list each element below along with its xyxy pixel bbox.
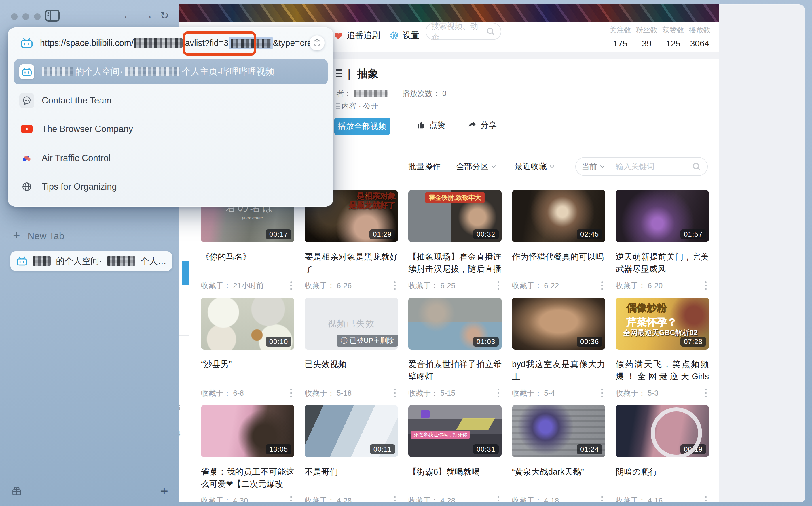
suggestion-contact-team[interactable]: Contact the Team bbox=[14, 88, 328, 113]
more-menu-icon[interactable] bbox=[392, 388, 398, 399]
url-text[interactable]: https://space.bilibili.com/favlist?fid=3… bbox=[40, 37, 324, 49]
play-all-button[interactable]: 播放全部视频 bbox=[334, 117, 390, 135]
video-title[interactable]: 雀巢：我的员工不可能这么可爱❤【二次元爆改 bbox=[201, 466, 294, 490]
video-card[interactable]: 死杰米我让你喝，打死你 00:31 【街霸6】就喝就喝 收藏于： 4-28 bbox=[408, 405, 502, 502]
video-title[interactable]: 《你的马名》 bbox=[201, 251, 294, 275]
video-card[interactable]: 00:10 “沙县男” 收藏于： 6-8 bbox=[201, 298, 294, 405]
video-title[interactable]: 逆天萌新提前关门，完美武器尽显威风 bbox=[616, 251, 709, 275]
video-title[interactable]: 要是相亲对象是黑龙就好了 bbox=[305, 251, 398, 275]
more-menu-icon[interactable] bbox=[288, 388, 294, 399]
video-card[interactable]: 霍金铁肘,致敬牢大 00:32 【抽象现场】霍金直播连续肘击汉尼拔，随后直播间被… bbox=[408, 190, 502, 298]
video-card[interactable]: 00:36 byd我这室友是真像大力王 收藏于： 5-4 bbox=[512, 298, 605, 405]
video-card[interactable]: 01:24 “黄泉大战dark天鹅” 收藏于： 4-18 bbox=[512, 405, 605, 502]
search-icon[interactable] bbox=[486, 26, 496, 36]
category-dropdown[interactable]: 全部分区 bbox=[456, 161, 496, 172]
video-thumbnail[interactable]: 13:05 bbox=[201, 405, 294, 457]
video-thumbnail[interactable]: 00:10 bbox=[201, 298, 294, 349]
forward-icon[interactable]: → bbox=[142, 9, 153, 22]
close-window-icon[interactable] bbox=[11, 13, 18, 20]
like-button[interactable]: 点赞 bbox=[417, 119, 445, 131]
suggestion-tips-organizing[interactable]: Tips for Organizing bbox=[14, 174, 328, 199]
more-menu-icon[interactable] bbox=[392, 280, 398, 291]
search-icon[interactable] bbox=[692, 162, 701, 171]
video-thumbnail[interactable]: 霍金铁肘,致敬牢大 00:32 bbox=[408, 190, 502, 242]
video-card[interactable]: 视频已失效 ⓘ已被UP主删除 已失效视频 收藏于： 5-18 bbox=[305, 298, 398, 405]
active-tab[interactable]: 的个人空间· 个人… bbox=[10, 251, 172, 271]
more-menu-icon[interactable] bbox=[288, 495, 294, 502]
keyword-search[interactable]: 当前 输入关键词 bbox=[575, 157, 708, 176]
video-thumbnail[interactable]: 01:24 bbox=[512, 405, 605, 457]
window-controls[interactable] bbox=[11, 13, 40, 20]
stat-likes[interactable]: 获赞数125 bbox=[660, 25, 687, 49]
video-thumbnail[interactable]: 00:11 bbox=[305, 405, 398, 457]
sort-dropdown[interactable]: 最近收藏 bbox=[515, 161, 554, 172]
stat-plays[interactable]: 播放数3064 bbox=[687, 25, 713, 49]
stat-followers[interactable]: 粉丝数39 bbox=[633, 25, 660, 49]
video-title[interactable]: 阴暗の爬行 bbox=[616, 466, 709, 490]
more-menu-icon[interactable] bbox=[495, 280, 502, 291]
video-title[interactable]: 【街霸6】就喝就喝 bbox=[408, 466, 502, 490]
video-title[interactable]: “黄泉大战dark天鹅” bbox=[512, 466, 605, 490]
video-thumbnail[interactable]: 01:57 bbox=[616, 190, 709, 242]
zoom-window-icon[interactable] bbox=[34, 13, 40, 20]
suggestion-current-tab[interactable]: 的个人空间·个人主页-哔哩哔哩视频 bbox=[14, 59, 328, 84]
more-menu-icon[interactable] bbox=[703, 495, 709, 502]
video-title[interactable]: 作为怪猎代餐真的可以吗 bbox=[512, 251, 605, 275]
divider bbox=[610, 161, 610, 172]
video-card[interactable]: 13:05 雀巢：我的员工不可能这么可爱❤【二次元爆改 收藏于： 4-30 bbox=[201, 405, 294, 502]
chevron-down-icon bbox=[600, 165, 605, 168]
nav-settings[interactable]: 设置 bbox=[389, 30, 419, 41]
video-thumbnail[interactable]: 视频已失效 ⓘ已被UP主删除 bbox=[305, 298, 398, 349]
more-menu-icon[interactable] bbox=[599, 280, 605, 291]
video-card[interactable]: 00:11 不是哥们 收藏于： 4-28 bbox=[305, 405, 398, 502]
video-title[interactable]: 假药满天飞，笑点频频爆！全网最逆天Girls Band Cry解析 bbox=[616, 358, 709, 383]
space-search-input[interactable]: 搜索视频、动态 bbox=[426, 23, 501, 40]
more-menu-icon[interactable] bbox=[703, 388, 709, 399]
video-title[interactable]: 爱音拍素世拍祥子拍立希壁咚灯 bbox=[408, 358, 502, 383]
video-title[interactable]: “沙县男” bbox=[201, 358, 294, 383]
more-menu-icon[interactable] bbox=[288, 280, 294, 291]
video-card[interactable]: 01:57 逆天萌新提前关门，完美武器尽显威风 收藏于： 6-20 bbox=[616, 190, 709, 298]
share-button[interactable]: 分享 bbox=[468, 119, 497, 131]
stat-following[interactable]: 关注数175 bbox=[607, 25, 633, 49]
video-card[interactable]: 00:19 阴暗の爬行 收藏于： 4-16 bbox=[616, 405, 709, 502]
gift-icon[interactable] bbox=[11, 486, 22, 496]
more-menu-icon[interactable] bbox=[599, 495, 605, 502]
scope-dropdown[interactable]: 当前 bbox=[582, 161, 605, 172]
video-thumbnail[interactable]: 00:19 bbox=[616, 405, 709, 457]
video-title[interactable]: byd我这室友是真像大力王 bbox=[512, 358, 605, 383]
video-thumbnail[interactable]: 00:36 bbox=[512, 298, 605, 349]
video-thumbnail[interactable]: 偶像炒粉 芹菜怀孕？ 全网最逆天GBC解析02 07:28 bbox=[616, 298, 709, 349]
video-thumbnail[interactable]: 死杰米我让你喝，打死你 00:31 bbox=[408, 405, 502, 457]
more-menu-icon[interactable] bbox=[495, 388, 502, 399]
duration-badge: 00:19 bbox=[681, 444, 706, 454]
video-title[interactable]: 不是哥们 bbox=[305, 466, 398, 490]
video-title[interactable]: 【抽象现场】霍金直播连续肘击汉尼拔，随后直播间被封 bbox=[408, 251, 502, 275]
video-card[interactable]: 02:45 作为怪猎代餐真的可以吗 收藏于： 6-22 bbox=[512, 190, 605, 298]
duration-badge: 01:29 bbox=[370, 229, 395, 239]
more-menu-icon[interactable] bbox=[599, 388, 605, 399]
nav-bangumi[interactable]: 追番追剧 bbox=[333, 30, 380, 41]
more-menu-icon[interactable] bbox=[392, 495, 398, 502]
scrollbar[interactable] bbox=[798, 6, 798, 500]
url-bar[interactable]: https://space.bilibili.com/favlist?fid=3… bbox=[8, 27, 333, 59]
video-thumbnail[interactable]: 02:45 bbox=[512, 190, 605, 242]
new-tab-button[interactable]: + New Tab bbox=[13, 231, 64, 242]
thumbnail-text: 视频已失效 bbox=[328, 318, 375, 330]
video-card[interactable]: 偶像炒粉 芹菜怀孕？ 全网最逆天GBC解析02 07:28 假药满天飞，笑点频频… bbox=[616, 298, 709, 405]
info-icon[interactable] bbox=[310, 35, 324, 51]
batch-operation-button[interactable]: 批量操作 bbox=[408, 161, 440, 172]
suggestion-browser-company[interactable]: The Browser Company bbox=[14, 116, 328, 142]
more-menu-icon[interactable] bbox=[495, 495, 502, 502]
back-icon[interactable]: ← bbox=[122, 9, 134, 22]
reload-icon[interactable]: ↻ bbox=[160, 9, 169, 22]
video-thumbnail[interactable]: 01:03 bbox=[408, 298, 502, 349]
minimize-window-icon[interactable] bbox=[22, 13, 29, 20]
more-menu-icon[interactable] bbox=[703, 280, 709, 291]
suggestion-air-traffic-control[interactable]: Air Traffic Control bbox=[14, 146, 328, 171]
add-space-icon[interactable]: + bbox=[160, 484, 168, 498]
video-title[interactable]: 已失效视频 bbox=[305, 358, 398, 383]
toggle-sidebar-icon[interactable] bbox=[45, 9, 60, 22]
video-grid: 君の名は your name 00:17 《你的马名》 收藏于： 21小时前 是… bbox=[201, 190, 709, 502]
video-card[interactable]: 01:03 爱音拍素世拍祥子拍立希壁咚灯 收藏于： 5-15 bbox=[408, 298, 502, 405]
